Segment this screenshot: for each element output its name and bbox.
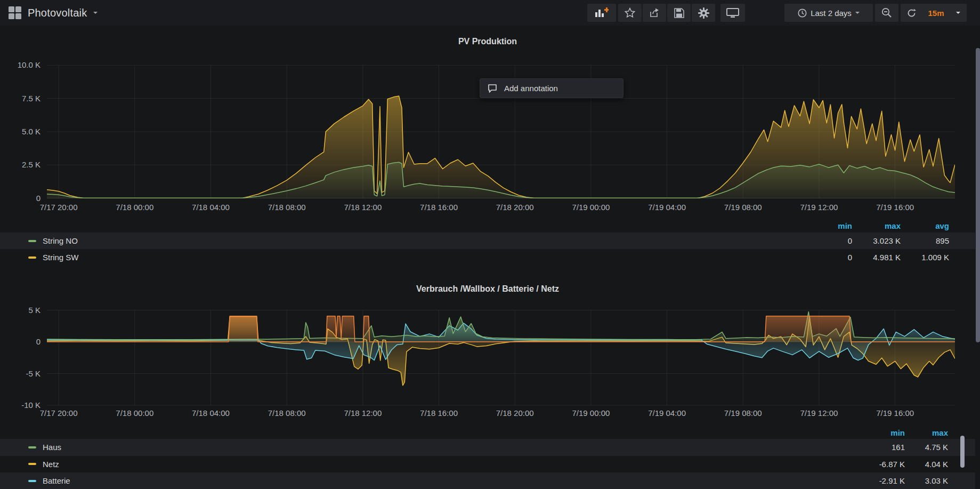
legend-header-row: minmaxavg xyxy=(0,221,975,232)
y-axis-tick-label: 2.5 K xyxy=(3,160,41,169)
share-icon xyxy=(649,7,660,18)
zoom-out-icon xyxy=(881,7,892,18)
x-axis-tick-label: 7/19 04:00 xyxy=(638,203,696,212)
legend-stat-value: 4.75 K xyxy=(884,443,948,452)
add-panel-icon xyxy=(595,7,609,18)
time-range-picker[interactable]: Last 2 days xyxy=(784,4,873,22)
legend-stat-value: 1.009 K xyxy=(885,253,949,262)
panel-title-pv-produktion[interactable]: PV Produktion xyxy=(0,37,975,46)
legend-stat-header[interactable]: max xyxy=(884,428,948,437)
x-axis-tick-label: 7/17 20:00 xyxy=(29,203,88,212)
page-scrollbar[interactable] xyxy=(976,48,980,342)
x-axis-tick-label: 7/18 16:00 xyxy=(410,203,468,212)
y-axis-tick-label: 7.5 K xyxy=(3,94,41,103)
y-axis-tick-label: 5 K xyxy=(3,306,41,315)
x-axis-tick-label: 7/19 16:00 xyxy=(866,203,925,212)
x-axis-tick-label: 7/18 00:00 xyxy=(106,203,164,212)
y-axis-tick-label: -5 K xyxy=(3,369,41,378)
x-axis-tick-label: 7/18 08:00 xyxy=(257,408,316,418)
x-axis-tick-label: 7/18 16:00 xyxy=(410,408,468,418)
legend-row[interactable]: String NO03.023 K895 xyxy=(0,233,975,249)
save-icon xyxy=(674,8,684,18)
legend-row[interactable]: Netz-6.87 K4.04 K xyxy=(0,456,975,473)
add-annotation-label: Add annotation xyxy=(504,84,558,93)
save-button[interactable] xyxy=(667,4,691,22)
x-axis-tick-label: 7/19 16:00 xyxy=(866,408,925,418)
refresh-icon xyxy=(907,9,916,18)
legend-stat-value: 895 xyxy=(885,236,949,245)
x-axis-tick-label: 7/19 04:00 xyxy=(638,408,696,418)
time-range-label: Last 2 days xyxy=(811,9,852,18)
time-range-caret-icon xyxy=(855,12,860,14)
y-axis-tick-label: 0 xyxy=(3,194,41,203)
star-button[interactable] xyxy=(618,4,642,22)
refresh-button-group[interactable]: 15m xyxy=(901,4,967,22)
legend-series-label[interactable]: String NO xyxy=(43,236,78,245)
legend-series-label[interactable]: Haus xyxy=(43,443,61,452)
x-axis-tick-label: 7/19 12:00 xyxy=(790,408,848,418)
legend-stat-value: 4.04 K xyxy=(884,460,948,469)
legend-series-swatch xyxy=(28,463,36,465)
legend-header-row: minmax xyxy=(0,428,975,439)
legend-series-swatch xyxy=(28,480,36,482)
add-annotation-menu-item[interactable]: Add annotation xyxy=(480,78,623,98)
y-axis-tick-label: 0 xyxy=(3,337,41,346)
legend-series-label[interactable]: String SW xyxy=(43,253,79,262)
share-button[interactable] xyxy=(643,4,666,22)
legend-series-label[interactable]: Batterie xyxy=(43,476,70,485)
x-axis-tick-label: 7/18 08:00 xyxy=(257,203,316,212)
apps-grid-icon[interactable] xyxy=(9,6,21,19)
x-axis-tick-label: 7/18 00:00 xyxy=(106,408,164,418)
legend-stat-header[interactable]: avg xyxy=(885,221,949,230)
tv-icon xyxy=(726,7,739,19)
legend-row[interactable]: Batterie-2.91 K3.03 K xyxy=(0,472,975,489)
legend-series-swatch xyxy=(28,240,36,242)
clock-icon xyxy=(798,9,807,18)
x-axis-tick-label: 7/18 04:00 xyxy=(181,203,240,212)
legend-scrollbar[interactable] xyxy=(960,436,965,468)
verbrauch-chart-canvas[interactable] xyxy=(47,299,955,413)
panel-title-verbrauch[interactable]: Verbrauch /Wallbox / Batterie / Netz xyxy=(0,284,975,294)
x-axis-tick-label: 7/19 00:00 xyxy=(562,203,620,212)
gear-icon xyxy=(698,7,709,19)
add-panel-button[interactable] xyxy=(587,4,616,22)
x-axis-tick-label: 7/19 08:00 xyxy=(714,203,772,212)
tv-mode-button[interactable] xyxy=(720,4,745,22)
refresh-caret-icon xyxy=(956,12,960,14)
dashboard-title-caret-icon[interactable] xyxy=(93,12,98,14)
x-axis-tick-label: 7/18 12:00 xyxy=(334,408,392,418)
refresh-interval-label: 15m xyxy=(928,9,944,18)
x-axis-tick-label: 7/19 08:00 xyxy=(714,408,772,418)
legend-series-swatch xyxy=(28,446,36,448)
legend-stat-value: 3.03 K xyxy=(884,476,948,485)
comment-icon xyxy=(488,84,497,93)
navbar: Photovoltaik xyxy=(0,0,980,26)
x-axis-tick-label: 7/18 12:00 xyxy=(334,203,392,212)
zoom-out-button[interactable] xyxy=(875,4,898,22)
x-axis-tick-label: 7/18 20:00 xyxy=(485,408,544,418)
star-icon xyxy=(625,7,635,18)
settings-button[interactable] xyxy=(692,4,715,22)
x-axis-tick-label: 7/19 12:00 xyxy=(790,203,848,212)
legend-series-label[interactable]: Netz xyxy=(43,460,59,469)
x-axis-tick-label: 7/18 20:00 xyxy=(485,203,544,212)
legend-row[interactable]: String SW04.981 K1.009 K xyxy=(0,249,975,266)
legend-row[interactable]: Haus1614.75 K xyxy=(0,439,975,456)
y-axis-tick-label: 5.0 K xyxy=(3,127,41,136)
x-axis-tick-label: 7/17 20:00 xyxy=(29,408,88,418)
y-axis-tick-label: 10.0 K xyxy=(3,60,41,69)
dashboard-title[interactable]: Photovoltaik xyxy=(28,7,87,19)
grafana-dashboard: Photovoltaik xyxy=(0,0,980,489)
x-axis-tick-label: 7/19 00:00 xyxy=(562,408,620,418)
x-axis-tick-label: 7/18 04:00 xyxy=(181,408,240,418)
legend-series-swatch xyxy=(28,256,36,259)
